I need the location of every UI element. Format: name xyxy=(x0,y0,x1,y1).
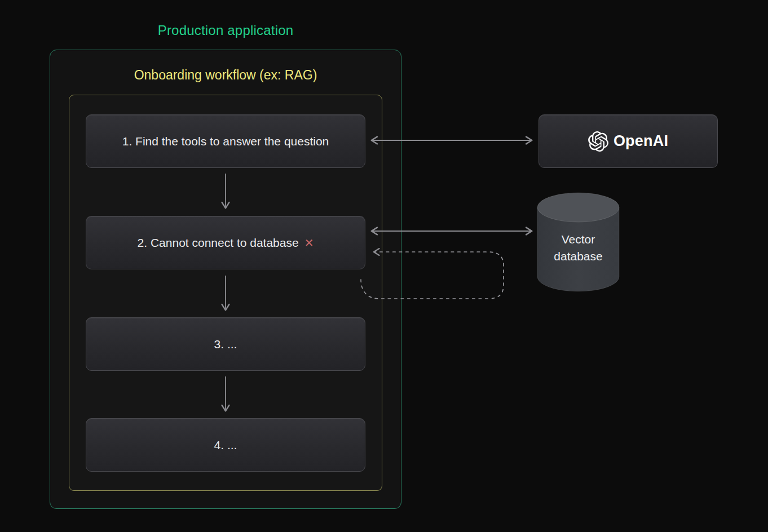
production-application-title: Production application xyxy=(50,23,401,38)
onboarding-workflow-title: Onboarding workflow (ex: RAG) xyxy=(69,68,382,83)
diagram-canvas: Production application Onboarding workfl… xyxy=(0,0,768,532)
step-2-node: 2. Cannot connect to database ✕ xyxy=(86,216,365,269)
step-4-node: 4. ... xyxy=(86,418,365,472)
openai-wordmark: OpenAI xyxy=(613,132,668,150)
openai-logo-icon xyxy=(588,131,608,152)
error-x-icon: ✕ xyxy=(304,236,314,250)
step-2-label: 2. Cannot connect to database xyxy=(138,236,299,250)
step-3-node: 3. ... xyxy=(86,317,365,371)
openai-node: OpenAI xyxy=(539,114,718,168)
step-1-node: 1. Find the tools to answer the question xyxy=(86,114,365,168)
step-3-label: 3. ... xyxy=(214,338,237,351)
step-4-label: 4. ... xyxy=(214,438,237,452)
step-1-label: 1. Find the tools to answer the question xyxy=(122,135,329,148)
vector-database-label: Vector database xyxy=(539,231,618,265)
